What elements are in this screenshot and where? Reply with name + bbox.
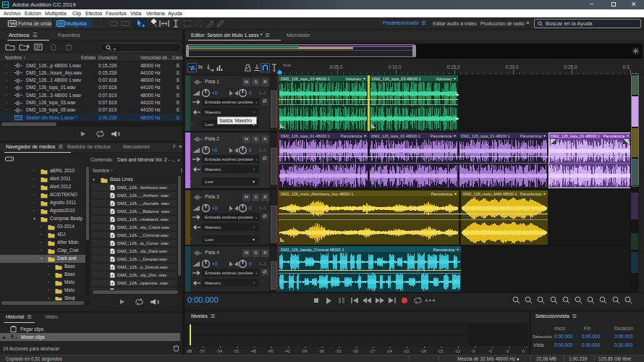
svg-text:Panorámica: Panorámica [520, 192, 542, 196]
svg-text:DM2_126_melo_4AM 48000 1: DM2_126_melo_4AM 48000 1 [463, 192, 517, 196]
svg-text:DM2_126_tops_03 48000 1: DM2_126_tops_03 48000 1 [281, 77, 330, 81]
svg-text:Panorámica: Panorámica [431, 134, 452, 138]
svg-text:DM2_126_tops_03 48000 1: DM2_126_tops_03 48000 1 [372, 77, 421, 81]
svg-text:Volumen: Volumen [436, 77, 452, 81]
svg-text:Panorámica: Panorámica [433, 248, 455, 252]
svg-text:Panorámica: Panorámica [341, 134, 363, 138]
svg-text:DM2_126_tops_01 48000 1: DM2_126_tops_01 48000 1 [461, 134, 510, 138]
svg-text:Volumen: Volumen [346, 77, 361, 81]
svg-text:DM2_126_tops_01 48000 1: DM2_126_tops_01 48000 1 [551, 134, 600, 138]
svg-text:DM2_126_tops_01 48000 1: DM2_126_tops_01 48000 1 [371, 134, 420, 138]
svg-text:Panorámica: Panorámica [431, 192, 453, 196]
svg-text:DM2_126_melo_Afterhours_Arp 48: DM2_126_melo_Afterhours_Arp 48000 1 [281, 192, 353, 196]
svg-text:DM2_126_basslp_Criminal 48000: DM2_126_basslp_Criminal 48000 1 [281, 248, 344, 252]
svg-text:DM2_126_tops_01 48000 1: DM2_126_tops_01 48000 1 [281, 134, 330, 138]
svg-text:Panorámica: Panorámica [520, 134, 542, 138]
svg-text:Panorámica: Panorámica [603, 134, 625, 138]
